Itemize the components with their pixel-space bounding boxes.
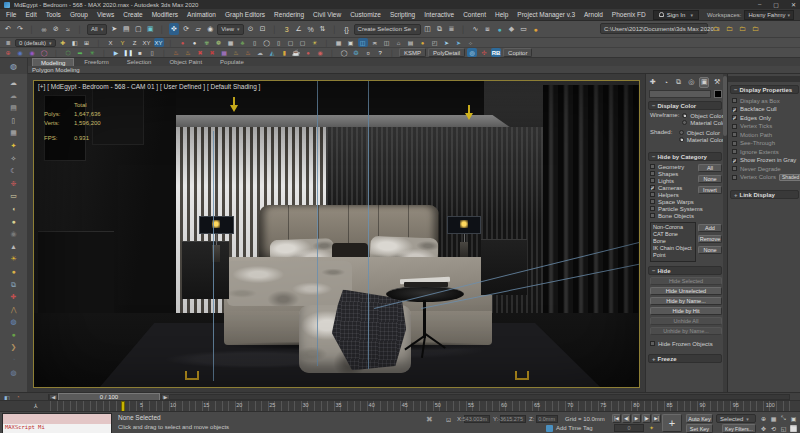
category-checkbox[interactable]: Cameras: [650, 184, 696, 191]
toolbar-icon[interactable]: ☀: [310, 38, 320, 47]
toolbar-icon[interactable]: │: [51, 48, 61, 57]
left-toolbar-icon[interactable]: ⋀: [11, 306, 17, 314]
left-toolbar-icon[interactable]: ◉: [10, 230, 16, 238]
list-item[interactable]: Non-Corona: [653, 224, 693, 231]
toolbar-icon[interactable]: ▯: [147, 48, 157, 57]
target-icon[interactable]: ◎: [467, 48, 477, 57]
toolbar-icon[interactable]: │: [322, 38, 332, 47]
left-toolbar-icon[interactable]: ❯: [11, 343, 17, 351]
left-toolbar-icon[interactable]: ☾: [10, 167, 16, 175]
toolbar-icon[interactable]: ⁘: [466, 38, 476, 47]
light-fixture-gizmo[interactable]: [185, 371, 199, 380]
toolbar-icon[interactable]: │: [459, 23, 469, 35]
curtains[interactable]: [543, 85, 640, 349]
toolbar-icon[interactable]: ◭: [267, 48, 277, 57]
ribbon-tab[interactable]: Populate: [212, 58, 252, 66]
left-toolbar-icon[interactable]: ◍: [10, 369, 16, 377]
toolbar-icon[interactable]: ▮: [279, 48, 289, 57]
toolbar-icon[interactable]: │: [75, 23, 85, 35]
toolbar-icon[interactable]: ➤: [454, 38, 464, 47]
toolbar-icon[interactable]: {}: [342, 23, 352, 35]
y-coordinate-field[interactable]: -3615.275: [500, 415, 526, 423]
viewport-nav-icon[interactable]: ⟲: [769, 424, 778, 432]
maximize-button[interactable]: ▢: [773, 1, 779, 8]
ribbon-tab[interactable]: Modeling: [32, 58, 74, 66]
list-button[interactable]: None: [698, 246, 722, 254]
toolbar-icon[interactable]: ◉: [205, 23, 215, 35]
toolbar-icon[interactable]: ☕: [291, 48, 301, 57]
left-toolbar-icon[interactable]: ☁: [10, 79, 17, 87]
toolbar-icon[interactable]: ✳: [87, 48, 97, 57]
toolbar-icon[interactable]: ¤: [363, 48, 373, 57]
playback-button[interactable]: ◀|: [622, 414, 631, 423]
menu-item[interactable]: Help: [495, 11, 508, 18]
category-checkbox[interactable]: Geometry: [650, 163, 696, 170]
object-name-field[interactable]: [649, 90, 711, 98]
toolbar-icon[interactable]: %: [306, 23, 316, 35]
radio-material-color[interactable]: Material Color: [679, 136, 724, 143]
workspace-dropdown[interactable]: Hosny Fahmy ▾: [744, 10, 794, 20]
menu-item[interactable]: Group: [70, 11, 88, 18]
star-icon[interactable]: ✣: [479, 48, 489, 57]
toolbar-icon[interactable]: ?: [375, 48, 385, 57]
hide-button[interactable]: Hide Selected: [650, 277, 722, 285]
command-panel-tab[interactable]: ◔: [661, 77, 671, 88]
viewport-nav-icon[interactable]: ▦: [769, 414, 778, 422]
hide-frozen-checkbox[interactable]: Hide Frozen Objects: [650, 340, 713, 347]
toolbar-icon[interactable]: ↶: [3, 23, 13, 35]
toolbar-icon[interactable]: ◯: [39, 48, 49, 57]
toolbar-icon[interactable]: ▱: [193, 23, 203, 35]
left-toolbar-icon[interactable]: ▤: [10, 104, 17, 112]
rb-icon[interactable]: RB: [491, 48, 501, 57]
toolbar-icon[interactable]: ●: [418, 38, 428, 47]
display-property-checkbox[interactable]: Backface Cull: [732, 106, 798, 113]
toolbar-icon[interactable]: ◯: [339, 48, 349, 57]
light-fixture-gizmo[interactable]: [515, 371, 529, 380]
book[interactable]: [404, 282, 448, 287]
toolbar-icon[interactable]: │: [270, 23, 280, 35]
viewport[interactable]: [+] [ MdEgypt - Bedroom - 568 - CAM 01 ]…: [28, 74, 645, 392]
display-property-checkbox[interactable]: Edges Only: [732, 114, 798, 121]
spline-helper[interactable]: [368, 81, 369, 369]
toolbar-icon[interactable]: ▯: [274, 38, 284, 47]
playback-button[interactable]: |▶: [642, 414, 651, 423]
spline-helper[interactable]: [317, 81, 318, 366]
toolbar-icon[interactable]: │: [159, 48, 169, 57]
hide-button[interactable]: Hide by Name...: [650, 297, 722, 305]
add-time-tag[interactable]: Add Time Tag: [556, 425, 593, 431]
toolbar-icon[interactable]: │: [387, 48, 397, 57]
category-button[interactable]: All: [698, 164, 722, 172]
list-item[interactable]: IK Chain Object: [653, 245, 693, 252]
project-path-dropdown[interactable]: C:\Users\2012\Documents\3ds Max 2020: [600, 23, 708, 34]
left-toolbar-icon[interactable]: ▭: [10, 192, 17, 200]
toolbar-icon[interactable]: ◉: [315, 48, 325, 57]
toolbar-icon[interactable]: ◉: [27, 48, 37, 57]
auto-key-button[interactable]: Auto Key: [686, 414, 713, 423]
left-toolbar-icon[interactable]: ●: [11, 218, 15, 226]
toolbar-icon[interactable]: ∿: [471, 23, 481, 35]
time-tag-icon[interactable]: [546, 425, 553, 432]
menu-item[interactable]: Create: [123, 11, 143, 18]
toolbar-icon[interactable]: ⌂: [394, 38, 404, 47]
toolbar-icon[interactable]: ●: [178, 38, 188, 47]
left-toolbar-icon[interactable]: ◔: [11, 356, 15, 364]
category-button[interactable]: None: [698, 175, 722, 183]
hide-button[interactable]: Unhide All: [650, 317, 722, 325]
command-panel-tab[interactable]: ⚒: [712, 77, 722, 88]
maxscript-macro-pane[interactable]: [3, 414, 111, 424]
toolbar-icon[interactable]: ⊞: [82, 38, 92, 47]
close-button[interactable]: ✕: [791, 1, 796, 8]
downlight-gizmo[interactable]: [468, 105, 470, 113]
toolbar-icon[interactable]: ➡: [75, 48, 85, 57]
toolbar-icon[interactable]: ⊘: [51, 23, 61, 35]
rollout-freeze[interactable]: +Freeze: [648, 354, 722, 363]
toolbar-icon[interactable]: ➤: [109, 23, 119, 35]
list-button[interactable]: Remove: [698, 235, 722, 243]
viewport-label[interactable]: [+] [ MdEgypt - Bedroom - 568 - CAM 01 ]…: [38, 83, 260, 90]
menu-item[interactable]: Rendering: [274, 11, 304, 18]
z-coordinate-field[interactable]: 0.0mm: [536, 415, 558, 423]
menu-item[interactable]: File: [6, 11, 16, 18]
toolbar-icon[interactable]: ◰: [430, 38, 440, 47]
left-toolbar-icon[interactable]: ▲: [10, 243, 17, 251]
menu-item[interactable]: Arnold: [584, 11, 603, 18]
